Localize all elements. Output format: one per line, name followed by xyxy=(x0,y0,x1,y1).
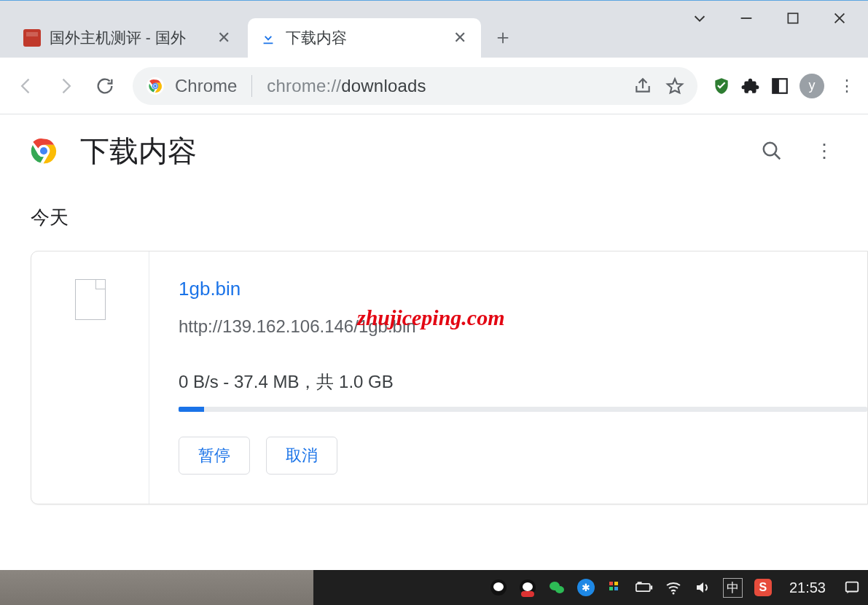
download-file-url: http://139.162.106.146/1gb.bin xyxy=(179,316,867,337)
chrome-logo-icon xyxy=(146,77,165,95)
tab-active-downloads[interactable]: 下载内容 ✕ xyxy=(248,18,481,58)
maximize-button[interactable] xyxy=(776,7,810,30)
battery-icon[interactable] xyxy=(636,579,653,596)
download-item-thumb xyxy=(31,251,149,504)
search-icon[interactable] xyxy=(756,135,788,167)
svg-point-4 xyxy=(154,85,157,87)
svg-rect-14 xyxy=(614,582,618,585)
svg-point-19 xyxy=(672,593,674,595)
system-tray: ✱ 中 S 21:53 xyxy=(490,578,861,598)
reload-button[interactable] xyxy=(87,69,122,104)
notifications-icon[interactable] xyxy=(843,579,861,596)
bookmark-star-icon[interactable] xyxy=(665,77,684,95)
svg-rect-0 xyxy=(788,13,797,23)
omnibox-actions xyxy=(633,77,684,95)
windows-taskbar: ✱ 中 S 21:53 xyxy=(0,570,868,605)
svg-rect-15 xyxy=(609,587,613,590)
profile-avatar[interactable]: y xyxy=(799,74,824,98)
bluetooth-icon[interactable]: ✱ xyxy=(577,579,595,596)
omnibox-chrome-label: Chrome xyxy=(175,76,237,96)
svg-rect-20 xyxy=(846,582,859,592)
browser-toolbar: Chrome chrome://downloads y ⋮ xyxy=(0,58,868,114)
omnibox-separator xyxy=(251,75,252,97)
download-item-body: 1gb.bin http://139.162.106.146/1gb.bin 0… xyxy=(149,251,867,504)
svg-rect-16 xyxy=(614,587,618,590)
downloads-page-header: 下载内容 ⋮ xyxy=(0,114,868,187)
svg-rect-18 xyxy=(651,585,653,589)
chrome-menu-icon[interactable]: ⋮ xyxy=(834,77,859,95)
close-window-button[interactable] xyxy=(823,7,856,30)
ime-indicator[interactable]: 中 xyxy=(723,578,743,598)
tab-label: 国外主机测评 - 国外 xyxy=(50,28,206,48)
pause-button[interactable]: 暂停 xyxy=(179,437,250,475)
address-bar[interactable]: Chrome chrome://downloads xyxy=(133,67,697,105)
omnibox-url: chrome://downloads xyxy=(267,76,426,96)
tab-list: 国外主机测评 - 国外 ✕ 下载内容 ✕ ＋ xyxy=(0,1,517,58)
minimize-button[interactable] xyxy=(730,7,763,30)
chrome-logo-icon xyxy=(28,135,60,167)
window-controls xyxy=(683,1,868,30)
download-status: 0 B/s - 37.4 MB，共 1.0 GB xyxy=(179,370,867,394)
tab-background[interactable]: 国外主机测评 - 国外 ✕ xyxy=(12,18,245,58)
svg-point-10 xyxy=(764,143,777,156)
new-tab-button[interactable]: ＋ xyxy=(488,23,517,52)
adblock-shield-icon[interactable] xyxy=(712,77,731,95)
downloads-content: 今天 1gb.bin http://139.162.106.146/1gb.bi… xyxy=(0,187,868,504)
taskbar-clock[interactable]: 21:53 xyxy=(789,579,826,596)
back-button[interactable] xyxy=(9,69,44,104)
download-icon xyxy=(259,29,277,47)
extensions-puzzle-icon[interactable] xyxy=(741,77,760,95)
wechat-icon[interactable] xyxy=(548,579,566,596)
close-tab-icon[interactable]: ✕ xyxy=(214,26,233,50)
more-menu-icon[interactable]: ⋮ xyxy=(808,135,840,167)
favicon-site xyxy=(23,29,41,47)
file-icon xyxy=(75,279,106,320)
tab-label: 下载内容 xyxy=(286,28,442,48)
download-item-card: 1gb.bin http://139.162.106.146/1gb.bin 0… xyxy=(31,251,868,504)
download-progress-bar xyxy=(179,407,867,412)
download-file-name[interactable]: 1gb.bin xyxy=(179,278,241,300)
forward-button[interactable] xyxy=(48,69,83,104)
cancel-button[interactable]: 取消 xyxy=(266,437,337,475)
sogou-ime-icon[interactable]: S xyxy=(754,579,772,596)
share-icon[interactable] xyxy=(633,77,652,95)
download-actions: 暂停 取消 xyxy=(179,437,867,475)
date-section-label: 今天 xyxy=(31,205,868,230)
svg-rect-17 xyxy=(636,584,650,591)
chevron-down-icon[interactable] xyxy=(683,7,716,30)
taskbar-left-blur xyxy=(0,570,313,605)
svg-rect-6 xyxy=(773,79,779,93)
svg-rect-13 xyxy=(609,582,613,585)
browser-tabstrip: 国外主机测评 - 国外 ✕ 下载内容 ✕ ＋ xyxy=(0,1,868,58)
tray-app-icon[interactable] xyxy=(606,579,624,596)
extensions-area: y ⋮ xyxy=(712,74,859,98)
svg-point-9 xyxy=(40,147,47,155)
svg-point-12 xyxy=(555,586,564,593)
panel-toggle-icon[interactable] xyxy=(770,77,789,95)
qq-penguin-icon[interactable] xyxy=(490,579,507,596)
close-tab-icon[interactable]: ✕ xyxy=(450,26,469,50)
volume-icon[interactable] xyxy=(694,579,711,596)
qq-penguin-color-icon[interactable] xyxy=(519,579,536,596)
page-title: 下载内容 xyxy=(80,131,197,171)
wifi-icon[interactable] xyxy=(665,579,682,596)
